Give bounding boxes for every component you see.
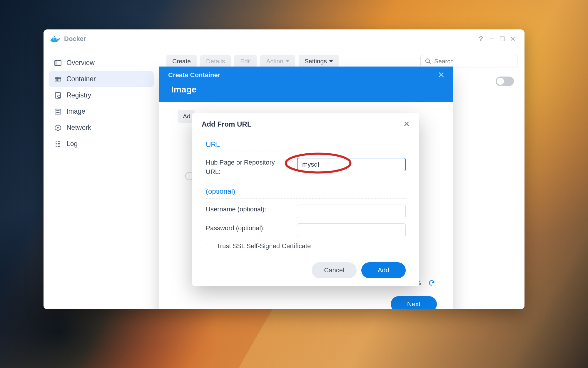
create-modal-section-title: Image <box>159 82 453 102</box>
log-icon <box>54 140 62 148</box>
sidebar-item-registry[interactable]: Registry <box>49 87 154 103</box>
password-label: Password (optional): <box>206 223 291 233</box>
content-area: Create Details Edit Action Settings Crea… <box>159 48 524 309</box>
create-modal-close-icon[interactable]: ✕ <box>438 70 445 80</box>
docker-window: Docker ? Overview Container Registry Ima… <box>44 29 524 309</box>
svg-rect-0 <box>490 39 494 39</box>
url-dialog-title: Add From URL <box>202 120 251 128</box>
titlebar: Docker ? <box>44 29 524 48</box>
refresh-icon[interactable] <box>428 279 435 286</box>
toolbar: Create Details Edit Action Settings <box>166 55 517 68</box>
sidebar: Overview Container Registry Image Networ… <box>44 48 159 309</box>
svg-point-6 <box>58 95 60 97</box>
cancel-button[interactable]: Cancel <box>312 262 356 278</box>
action-dropdown[interactable]: Action <box>260 55 295 68</box>
svg-point-11 <box>57 127 59 128</box>
docker-whale-icon <box>50 35 60 42</box>
settings-dropdown[interactable]: Settings <box>299 55 339 68</box>
create-modal-header: Create Container ✕ Image <box>159 67 453 102</box>
edit-button[interactable]: Edit <box>234 55 257 68</box>
sidebar-item-label: Image <box>66 107 85 115</box>
maximize-button[interactable] <box>497 34 507 44</box>
trust-ssl-label: Trust SSL Self-Signed Certificate <box>216 242 311 250</box>
password-input[interactable] <box>297 223 406 237</box>
dashboard-icon <box>54 59 62 67</box>
trust-ssl-checkbox[interactable] <box>206 243 212 249</box>
minimize-button[interactable] <box>486 34 497 44</box>
optional-section-heading: (optional) <box>206 182 406 199</box>
close-button[interactable] <box>507 34 518 44</box>
help-button[interactable]: ? <box>476 34 486 44</box>
create-modal-title: Create Container <box>168 71 220 79</box>
svg-point-12 <box>426 59 430 63</box>
sidebar-item-container[interactable]: Container <box>49 71 154 87</box>
username-label: Username (optional): <box>206 205 291 214</box>
svg-rect-8 <box>56 110 58 111</box>
svg-rect-4 <box>55 77 61 81</box>
create-button[interactable]: Create <box>166 55 197 68</box>
sidebar-item-label: Log <box>66 140 78 148</box>
sidebar-item-label: Registry <box>66 91 91 99</box>
sidebar-item-overview[interactable]: Overview <box>49 55 154 71</box>
image-icon <box>54 108 62 115</box>
sidebar-item-log[interactable]: Log <box>49 136 154 152</box>
sidebar-item-network[interactable]: Network <box>49 120 154 136</box>
next-button[interactable]: Next <box>391 296 437 309</box>
registry-icon <box>54 92 62 99</box>
chevron-down-icon <box>286 60 289 62</box>
username-input[interactable] <box>297 205 406 218</box>
search-icon <box>425 58 431 64</box>
url-dialog-close-icon[interactable]: ✕ <box>403 120 410 129</box>
create-container-modal: Create Container ✕ Image Ad 1 items <box>159 67 453 309</box>
add-button[interactable]: Add <box>361 262 406 278</box>
url-section-heading: URL <box>206 135 406 152</box>
details-button[interactable]: Details <box>200 55 231 68</box>
add-from-url-dialog: Add From URL ✕ URL Hub Page or Repositor… <box>192 113 419 286</box>
chevron-down-icon <box>329 60 333 62</box>
svg-rect-3 <box>55 60 57 65</box>
url-input[interactable] <box>297 158 406 171</box>
app-title: Docker <box>64 35 86 43</box>
svg-rect-9 <box>58 110 59 111</box>
svg-rect-1 <box>500 37 504 41</box>
network-icon <box>54 124 62 132</box>
svg-rect-7 <box>55 109 61 114</box>
sidebar-item-image[interactable]: Image <box>49 103 154 120</box>
running-toggle[interactable] <box>496 77 514 86</box>
search-box[interactable] <box>420 55 517 67</box>
search-input[interactable] <box>434 58 513 65</box>
sidebar-item-label: Network <box>66 124 91 132</box>
svg-rect-10 <box>56 112 60 113</box>
url-field-label: Hub Page or Repository URL: <box>206 158 291 177</box>
sidebar-item-label: Container <box>66 75 96 83</box>
container-icon <box>54 75 62 83</box>
sidebar-item-label: Overview <box>66 59 95 67</box>
